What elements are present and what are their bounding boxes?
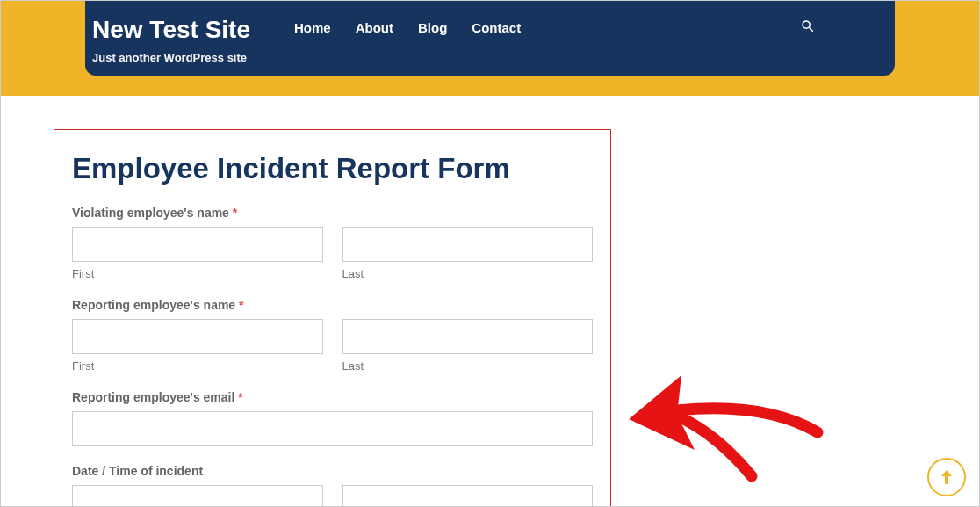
field-reporting-name: Reporting employee's name * First Last	[72, 298, 593, 373]
sublabel-last: Last	[342, 359, 594, 373]
arrow-annotation-icon	[616, 362, 826, 494]
field-reporting-email: Reporting employee's email *	[72, 390, 593, 446]
incident-time-input[interactable]	[342, 485, 594, 507]
sublabel-first: First	[72, 267, 323, 280]
arrow-up-icon	[940, 468, 954, 486]
sublabel-first: First	[72, 359, 323, 373]
reporting-first-input[interactable]	[72, 319, 323, 354]
violating-first-input[interactable]	[72, 227, 323, 262]
required-star: *	[239, 298, 243, 312]
required-star: *	[238, 390, 242, 404]
scroll-to-top-button[interactable]	[927, 458, 966, 496]
form-container: Employee Incident Report Form Violating …	[54, 129, 611, 507]
reporting-name-label: Reporting employee's name *	[72, 298, 593, 312]
header-banner: New Test Site Just another WordPress sit…	[1, 1, 979, 96]
sublabel-last: Last	[342, 267, 594, 280]
search-icon[interactable]	[800, 18, 816, 38]
required-star: *	[233, 206, 237, 220]
violating-last-input[interactable]	[342, 227, 594, 262]
nav-link-blog[interactable]: Blog	[418, 20, 447, 35]
datetime-label: Date / Time of incident	[72, 464, 593, 478]
violating-name-label: Violating employee's name *	[72, 206, 593, 220]
reporting-email-input[interactable]	[72, 411, 593, 446]
navbar: New Test Site Just another WordPress sit…	[85, 1, 895, 76]
field-violating-name: Violating employee's name * First Last	[72, 206, 593, 280]
nav-links: Home About Blog Contact	[294, 20, 521, 35]
nav-link-contact[interactable]: Contact	[472, 20, 521, 35]
reporting-last-input[interactable]	[342, 319, 594, 354]
site-brand[interactable]: New Test Site Just another WordPress sit…	[92, 17, 250, 64]
site-title: New Test Site	[92, 17, 250, 44]
nav-link-home[interactable]: Home	[294, 20, 331, 35]
nav-link-about[interactable]: About	[356, 20, 393, 35]
form-title: Employee Incident Report Form	[72, 151, 593, 186]
reporting-email-label: Reporting employee's email *	[72, 390, 593, 404]
site-tagline: Just another WordPress site	[92, 51, 250, 64]
content-area: Employee Incident Report Form Violating …	[1, 129, 979, 507]
field-datetime: Date / Time of incident	[72, 464, 593, 507]
incident-date-input[interactable]	[72, 485, 323, 507]
